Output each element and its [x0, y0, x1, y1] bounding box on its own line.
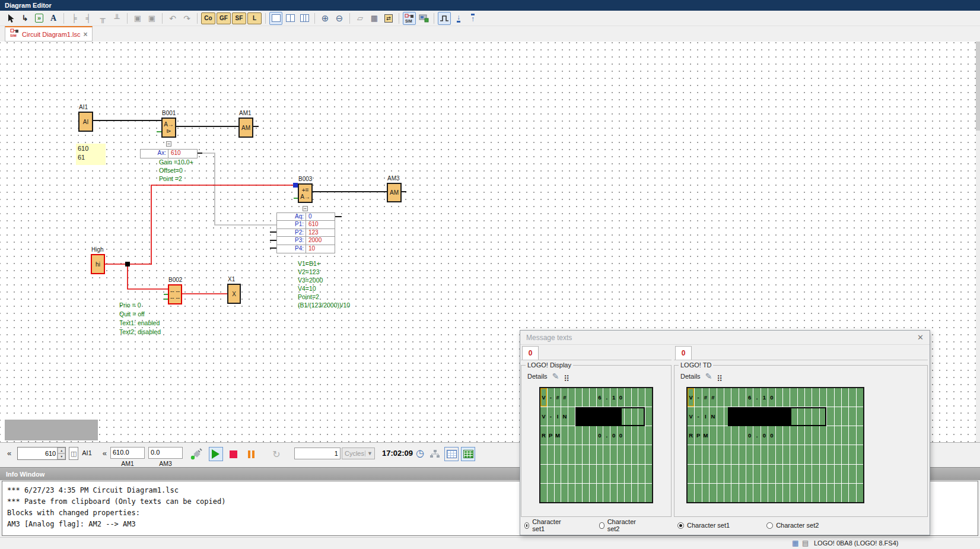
parameter-value[interactable]: 10 — [306, 245, 335, 253]
hierarchy-icon[interactable] — [428, 447, 442, 461]
transfer-button[interactable] — [417, 12, 430, 25]
lcd-cell: 0 — [768, 388, 775, 407]
lcd-preview-icon[interactable] — [461, 447, 475, 461]
parameter-row[interactable]: Aq:0 — [277, 213, 335, 221]
parameter-row[interactable]: P2:123 — [277, 229, 335, 237]
radio-character-set1[interactable]: Character set1 — [524, 518, 562, 532]
flow-tool-button[interactable]: » — [33, 12, 46, 25]
lcd-cell: . — [753, 426, 760, 445]
align-top-button[interactable]: ╥ — [96, 12, 109, 25]
group-button[interactable]: ▣ — [131, 12, 144, 25]
eraser-button[interactable]: ▱ — [354, 12, 367, 25]
redo-button[interactable]: ↷ — [180, 12, 193, 25]
co-button[interactable]: Co — [201, 12, 215, 24]
close-icon[interactable]: ✕ — [917, 333, 924, 342]
parameter-value[interactable]: 2000 — [306, 237, 335, 244]
lcd-cell: . — [603, 426, 610, 445]
spin-up-icon[interactable]: ▴ — [58, 448, 65, 453]
lcd-cell — [632, 426, 638, 445]
block-B002[interactable]: -- ---- -- — [168, 284, 182, 304]
parameter-value[interactable]: 123 — [306, 229, 335, 236]
block-High[interactable]: hi — [91, 254, 105, 274]
block-B003[interactable]: +=A→ — [298, 183, 313, 203]
parameter-row[interactable]: P3:2000 — [277, 237, 335, 245]
lcd-cell — [618, 445, 624, 464]
pause-button[interactable] — [244, 447, 259, 461]
lcd-cell — [827, 465, 833, 483]
block-label-B001: B001 — [161, 110, 176, 116]
convert-button[interactable]: ⇄ — [382, 12, 395, 25]
parameter-row[interactable]: P1:610 — [277, 221, 335, 229]
align-right-button[interactable]: ╡ — [82, 12, 95, 25]
connector-tool-button[interactable]: ↳ — [18, 12, 31, 25]
block-B001[interactable]: A→⊳ — [161, 118, 176, 138]
scrollbar-thumb[interactable] — [976, 42, 980, 131]
select-tool-button[interactable] — [4, 12, 17, 25]
charset-icon[interactable]: ⣶ — [564, 372, 569, 381]
parameter-value[interactable]: 0 — [306, 213, 335, 220]
play-button[interactable] — [209, 447, 223, 461]
zoom-in-button[interactable]: ⊕ — [319, 12, 332, 25]
block-AM3[interactable]: AM — [387, 183, 402, 202]
upload-button[interactable]: ↑ — [466, 12, 479, 25]
radio-character-set2[interactable]: Character set2 — [766, 522, 819, 529]
pane-single-button[interactable] — [269, 12, 282, 25]
radio-icon[interactable] — [766, 522, 773, 529]
ungroup-button[interactable]: ▣ — [145, 12, 158, 25]
dialog-title-bar[interactable]: Message texts ✕ — [520, 331, 930, 345]
gray-wire[interactable] — [202, 153, 276, 225]
download-button[interactable]: ↓ — [452, 12, 465, 25]
page-grid-button[interactable]: ▦ — [368, 12, 381, 25]
l-button[interactable]: L — [247, 12, 262, 24]
parameter-row[interactable]: P4:10 — [277, 245, 335, 253]
analog-input-spinbox[interactable]: ▴ ▾ — [17, 447, 66, 460]
radio-icon[interactable] — [599, 522, 604, 529]
canvas-vertical-scrollbar[interactable] — [976, 42, 980, 442]
radio-character-set2[interactable]: Character set2 — [599, 518, 637, 532]
tab-close-icon[interactable]: × — [83, 30, 87, 39]
spinner[interactable]: ▴ ▾ — [57, 448, 65, 459]
block-X1[interactable]: X — [227, 284, 241, 304]
power-icon[interactable] — [190, 448, 203, 462]
sf-button[interactable]: SF — [232, 12, 246, 24]
analog-slider-toggle[interactable]: ◫ — [69, 447, 78, 460]
spin-down-icon[interactable]: ▾ — [58, 453, 65, 459]
collapse-parameters-icon[interactable]: − — [303, 206, 308, 211]
align-left-button[interactable]: ╞ — [68, 12, 81, 25]
align-bottom-button[interactable]: ╨ — [110, 12, 123, 25]
edit-icon[interactable]: ✎ — [705, 372, 712, 381]
pane-double-button[interactable] — [284, 12, 297, 25]
wire-style-button[interactable] — [438, 12, 451, 25]
gf-button[interactable]: GF — [217, 12, 231, 24]
zoom-out-button[interactable]: ⊖ — [333, 12, 346, 25]
block-AM1[interactable]: AM — [238, 118, 253, 138]
edit-icon[interactable]: ✎ — [552, 372, 559, 381]
text-tool-button[interactable]: A — [47, 12, 60, 25]
undo-button[interactable]: ↶ — [166, 12, 179, 25]
clock-icon[interactable]: ◷ — [416, 448, 424, 459]
red-wire[interactable] — [128, 264, 168, 289]
value-table-icon[interactable] — [444, 447, 459, 461]
block-AI1[interactable]: AI — [78, 112, 93, 132]
cycles-dropdown[interactable]: Cycles ▼ — [342, 448, 375, 459]
parameter-row[interactable]: Ax:610 — [141, 150, 197, 158]
simulation-button[interactable]: SIM — [403, 12, 416, 25]
lcd-cell — [753, 465, 760, 483]
radio-icon[interactable] — [524, 522, 529, 529]
collapse-outputs-button[interactable]: « — [103, 449, 107, 458]
step-button[interactable]: ↻ — [269, 447, 284, 461]
collapse-parameters-icon[interactable]: − — [166, 141, 171, 147]
charset-icon[interactable]: ⣶ — [717, 372, 723, 381]
collapse-inputs-button[interactable]: « — [7, 449, 11, 458]
parameter-value[interactable]: 610 — [306, 221, 335, 228]
message-count-tab[interactable]: 0 — [522, 346, 539, 360]
radio-character-set1[interactable]: Character set1 — [677, 522, 730, 529]
analog-input-value[interactable] — [18, 448, 57, 459]
pane-triple-button[interactable] — [298, 12, 311, 25]
message-count-tab[interactable]: 0 — [675, 346, 692, 360]
parameter-value[interactable]: 610 — [168, 150, 197, 158]
radio-icon[interactable] — [677, 522, 684, 529]
stop-button[interactable] — [227, 447, 241, 461]
cycles-input[interactable] — [294, 448, 341, 459]
tab-circuit-diagram[interactable]: SIM Circuit Diagram1.lsc × — [5, 26, 93, 42]
